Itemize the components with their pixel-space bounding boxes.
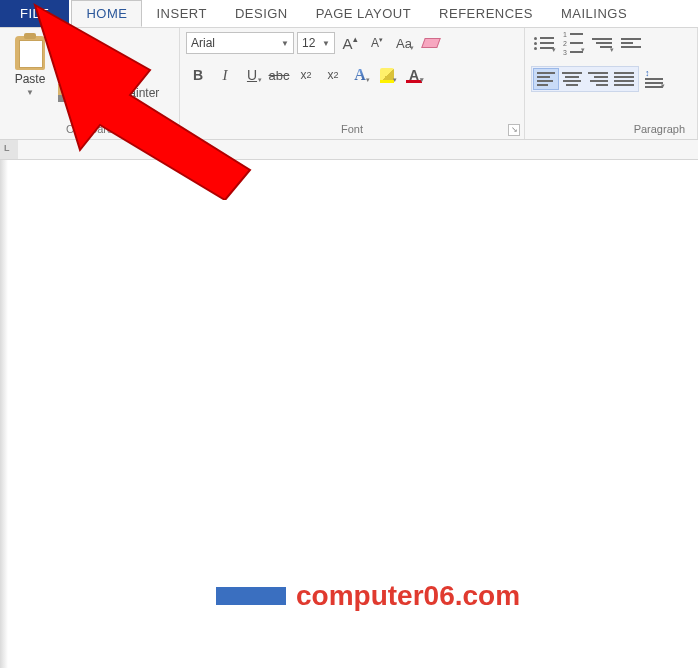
font-family-value: Arial — [191, 36, 215, 50]
line-spacing-button[interactable]: ↕ — [642, 68, 666, 90]
ruler[interactable]: L — [0, 140, 698, 160]
font-size-combo[interactable]: 12 ▼ — [297, 32, 335, 54]
chevron-down-icon: ▼ — [26, 88, 34, 97]
bold-button[interactable]: B — [186, 64, 210, 86]
font-size-value: 12 — [302, 36, 315, 50]
clipboard-group-label: Clipboard — [6, 123, 173, 137]
clipboard-dialog-launcher[interactable]: ↘ — [163, 124, 175, 136]
highlighter-icon — [380, 68, 394, 82]
tab-references[interactable]: REFERENCES — [425, 0, 547, 27]
group-font: Arial ▼ 12 ▼ A▴ A▾ Aa B I U abc x2 x2 A — [180, 28, 525, 139]
group-clipboard: Paste ▼ Cut Copy Format Painter Clipboar… — [0, 28, 180, 139]
strikethrough-button[interactable]: abc — [267, 64, 291, 86]
tab-insert[interactable]: INSERT — [142, 0, 220, 27]
text-effects-icon: A — [354, 66, 366, 84]
clipboard-icon — [15, 36, 45, 70]
scissors-icon — [58, 36, 76, 54]
paragraph-group-label: Paragraph — [531, 123, 691, 137]
paintbrush-icon — [58, 84, 76, 102]
align-center-button[interactable] — [559, 68, 585, 90]
shrink-font-button[interactable]: A▾ — [365, 32, 389, 54]
numbering-button[interactable]: 1 2 3 — [560, 32, 586, 54]
ribbon: Paste ▼ Cut Copy Format Painter Clipboar… — [0, 28, 698, 140]
cut-button[interactable]: Cut — [58, 36, 159, 54]
cut-label: Cut — [80, 38, 99, 52]
tab-design[interactable]: DESIGN — [221, 0, 302, 27]
page-edge — [0, 160, 8, 668]
format-painter-label: Format Painter — [80, 86, 159, 100]
align-justify-button[interactable] — [611, 68, 637, 90]
font-dialog-launcher[interactable]: ↘ — [508, 124, 520, 136]
watermark: computer06.com — [216, 580, 520, 612]
tab-mailings[interactable]: MAILINGS — [547, 0, 641, 27]
underline-button[interactable]: U — [240, 64, 264, 86]
tab-page-layout[interactable]: PAGE LAYOUT — [302, 0, 425, 27]
italic-button[interactable]: I — [213, 64, 237, 86]
copy-icon — [58, 60, 76, 78]
font-color-button[interactable]: A — [402, 64, 426, 86]
highlight-button[interactable] — [375, 64, 399, 86]
tab-home[interactable]: HOME — [71, 0, 142, 27]
decrease-indent-button[interactable] — [618, 32, 644, 54]
bullets-button[interactable] — [531, 32, 557, 54]
align-left-button[interactable] — [533, 68, 559, 90]
group-paragraph: 1 2 3 — [525, 28, 698, 139]
text-effects-button[interactable]: A — [348, 64, 372, 86]
align-right-button[interactable] — [585, 68, 611, 90]
chevron-down-icon: ▼ — [281, 39, 289, 48]
multilevel-list-button[interactable] — [589, 32, 615, 54]
paste-button[interactable]: Paste ▼ — [6, 32, 54, 97]
watermark-text: computer06.com — [296, 580, 520, 612]
tab-stop-marker: L — [4, 143, 10, 153]
copy-label: Copy — [80, 62, 108, 76]
copy-button[interactable]: Copy — [58, 60, 159, 78]
font-group-label: Font — [186, 123, 518, 137]
chevron-down-icon: ▼ — [322, 39, 330, 48]
subscript-button[interactable]: x2 — [294, 64, 318, 86]
format-painter-button[interactable]: Format Painter — [58, 84, 159, 102]
superscript-button[interactable]: x2 — [321, 64, 345, 86]
alignment-group — [531, 66, 639, 92]
font-family-combo[interactable]: Arial ▼ — [186, 32, 294, 54]
change-case-button[interactable]: Aa — [392, 32, 416, 54]
grow-font-button[interactable]: A▴ — [338, 32, 362, 54]
watermark-bar — [216, 587, 286, 605]
tab-file[interactable]: FILE — [0, 0, 69, 27]
clear-formatting-button[interactable] — [419, 32, 443, 54]
paste-label: Paste — [15, 72, 46, 86]
ribbon-tabs: FILE HOME INSERT DESIGN PAGE LAYOUT REFE… — [0, 0, 698, 28]
eraser-icon — [421, 38, 441, 48]
